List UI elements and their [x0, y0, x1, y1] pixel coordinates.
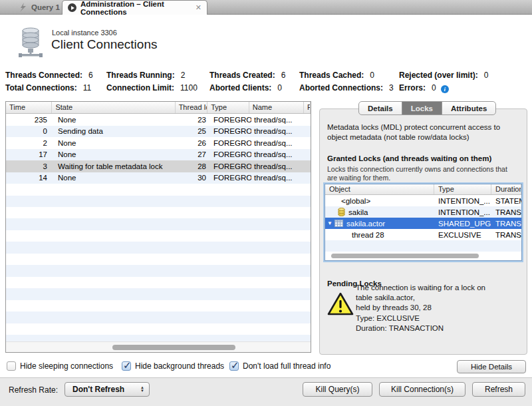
lightning-icon [19, 3, 27, 12]
column-header-object[interactable]: Object [325, 184, 434, 194]
granted-locks-heading: Granted Locks (and threads waiting on th… [327, 154, 491, 162]
errors-info-icon[interactable]: i [441, 85, 449, 93]
client-connections-table: Time State Thread Id Type Name Pa 235 No… [5, 101, 311, 353]
locks-tree-header: Object Type Duration [325, 184, 521, 195]
connection-row[interactable]: 0 Sending data 25 FOREGRO... thread/sq..… [6, 126, 311, 138]
column-header-lock-type[interactable]: Type [434, 184, 491, 194]
page-title: Client Connections [51, 37, 157, 52]
stat-connection-limit: Connection Limit:1100 [106, 83, 198, 93]
administration-icon [68, 3, 76, 12]
connections-table-header: Time State Thread Id Type Name Pa [6, 102, 311, 114]
mysql-workbench-window: Query 1 Administration – Client Connecti… [0, 0, 532, 406]
tree-scrollbar-thumb[interactable] [331, 254, 479, 258]
checkbox-hide-sleeping-connections[interactable]: Hide sleeping connections [7, 361, 113, 371]
granted-locks-subtext: Locks this connection currently owns and… [327, 165, 513, 182]
column-header-pa[interactable]: Pa [304, 102, 311, 113]
lock-row-waiting-thread[interactable]: thread 28 EXCLUSIVE TRANSACTION [325, 229, 521, 240]
stat-errors: Errors:0i [399, 83, 449, 93]
connection-row[interactable]: 235 None 23 FOREGRO... thread/sq... [6, 114, 311, 126]
stat-total-connections: Total Connections:11 [5, 83, 91, 93]
scrollbar-thumb[interactable] [112, 345, 235, 350]
panel-content: Metadata locks (MDL) protect concurrent … [319, 108, 527, 355]
lock-row-global[interactable]: <global> INTENTION_... STATEMENT [325, 195, 521, 206]
kill-connection-button[interactable]: Kill Connection(s) [379, 382, 466, 397]
warning-icon [327, 292, 354, 319]
lock-row-schema[interactable]: sakila INTENTION_... TRANSACTION [325, 206, 521, 218]
lock-row-table-selected[interactable]: ▼ sakila.actor SHARED_UPG... TRANSACTION [325, 218, 521, 229]
column-header-duration[interactable]: Duration [491, 184, 521, 194]
refresh-rate-label: Refresh Rate: [9, 385, 58, 395]
connection-row-selected[interactable]: 3 Waiting for table metadata lock 28 FOR… [6, 160, 311, 172]
instance-name: Local instance 3306 [52, 29, 117, 37]
column-header-thread-id[interactable]: Thread Id [176, 102, 208, 113]
connection-row[interactable]: 2 None 26 FOREGRO... thread/sq... [6, 137, 311, 149]
horizontal-scrollbar[interactable] [6, 341, 311, 352]
refresh-button[interactable]: Refresh [472, 382, 525, 397]
column-header-type[interactable]: Type [207, 102, 249, 113]
disclosure-triangle-icon[interactable]: ▼ [325, 220, 334, 226]
checkbox-checked-icon[interactable] [122, 361, 131, 371]
empty-tree-row [325, 240, 521, 252]
database-server-icon [17, 27, 44, 61]
stat-threads-connected: Threads Connected:6 [5, 71, 93, 80]
close-tab-icon[interactable]: ✕ [196, 3, 201, 12]
stepper-arrows-icon: ▲▼ [140, 386, 144, 393]
checkbox-checked-icon[interactable] [229, 361, 239, 371]
empty-rows-area [6, 184, 311, 342]
pending-locks-text: The connection is waiting for a lock on … [356, 283, 521, 333]
tab-query-1-label: Query 1 [31, 3, 60, 11]
granted-locks-tree: Object Type Duration <global> INTENTION_… [325, 184, 522, 261]
stat-aborted-connections: Aborted Connections:3 [299, 83, 394, 93]
checkbox-dont-load-full-thread-info[interactable]: Don't load full thread info [229, 361, 331, 371]
editor-tab-bar: Query 1 Administration – Client Connecti… [0, 0, 532, 15]
hide-details-button[interactable]: Hide Details [457, 360, 526, 373]
stat-rejected: Rejected (over limit):0 [399, 71, 488, 80]
mdl-intro-text: Metadata locks (MDL) protect concurrent … [327, 122, 519, 142]
connection-row[interactable]: 17 None 27 FOREGRO... thread/sq... [6, 149, 311, 161]
stat-threads-created: Threads Created:6 [209, 71, 285, 80]
kill-query-button[interactable]: Kill Query(s) [303, 382, 372, 397]
column-header-name[interactable]: Name [249, 102, 304, 113]
checkbox-hide-background-threads[interactable]: Hide background threads [122, 361, 224, 371]
table-icon [334, 220, 343, 227]
refresh-rate-select[interactable]: Don't Refresh ▲▼ [65, 382, 150, 397]
stat-aborted-clients: Aborted Clients:0 [209, 83, 282, 93]
column-header-state[interactable]: State [52, 102, 175, 113]
checkbox-icon[interactable] [7, 361, 16, 371]
tab-administration-client-connections[interactable]: Administration – Client Connections ✕ [62, 0, 207, 15]
stat-threads-running: Threads Running:2 [106, 71, 185, 80]
connection-row[interactable]: 14 None 30 FOREGRO... thread/sq... [6, 172, 311, 184]
schema-icon [338, 208, 345, 216]
stat-threads-cached: Threads Cached:0 [299, 71, 374, 80]
tab-admin-label: Administration – Client Connections [80, 0, 192, 16]
column-header-time[interactable]: Time [6, 102, 52, 113]
